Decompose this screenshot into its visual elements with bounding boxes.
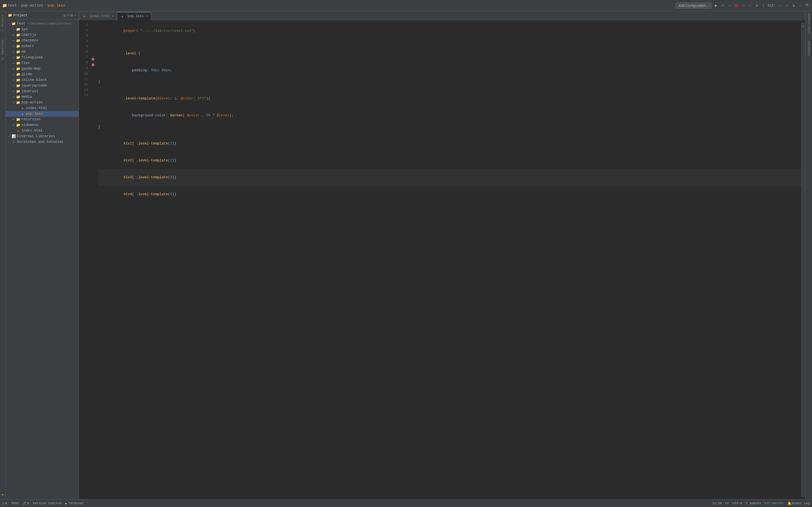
tab-index-html[interactable]: ◈ index.html × bbox=[79, 12, 117, 20]
tab-icon-index-html: ◈ bbox=[82, 14, 87, 18]
tab-icon-pop-less: ◈ bbox=[120, 14, 124, 18]
sidebar-locate-icon[interactable]: ◎ bbox=[63, 13, 66, 18]
tree-label-glide: glide bbox=[21, 72, 32, 76]
folder-icon-inline-block: 📁 bbox=[16, 78, 20, 82]
tree-item-sidemenu[interactable]: 📁 sidemenu bbox=[6, 122, 79, 128]
tree-item-pop-action[interactable]: 📁 pop-action bbox=[6, 100, 79, 105]
tree-path-root: ~/Documents/website/test bbox=[27, 22, 71, 25]
tree-item-fileupload[interactable]: 📁 fileupload bbox=[6, 55, 79, 60]
tree-arrow-1px bbox=[11, 27, 16, 31]
tree-arrow-flex bbox=[11, 61, 16, 65]
git-branch-label: Git:master bbox=[765, 501, 784, 505]
tree-arrow-jqueryui bbox=[11, 90, 16, 93]
tree-item-1px[interactable]: 📁 1px bbox=[6, 26, 79, 32]
status-position[interactable]: 13:26 bbox=[712, 501, 722, 505]
undo-button[interactable]: ↩ bbox=[799, 3, 803, 8]
stop-button[interactable]: ■ bbox=[755, 3, 759, 8]
tree-item-pop-less[interactable]: ◈ pop.less bbox=[6, 111, 79, 117]
right-sidebar-database[interactable]: Database bbox=[807, 39, 811, 58]
code-editor[interactable]: 1 2 3 4 5 6 7 8 9 10 11 12 13 14 bbox=[79, 20, 805, 499]
tab-pop-less[interactable]: ◈ pop.less × bbox=[117, 12, 151, 20]
run-button[interactable]: ▶ bbox=[714, 3, 718, 8]
status-bar-right: 13:26 LF UTF-8 2 spaces Git:master 🔔 Eve… bbox=[712, 501, 810, 505]
code-lines[interactable]: @import "../../lib/css/reset.css"; .leve… bbox=[96, 22, 801, 497]
favorites-star-icon[interactable]: ★ bbox=[1, 492, 4, 497]
status-git-branch[interactable]: Git:master bbox=[765, 501, 784, 505]
tree-item-jqueryqrcode[interactable]: 📁 jqueryqrcode bbox=[6, 83, 79, 89]
folder-icon-1px: 📁 bbox=[16, 27, 20, 32]
right-gutter: ✓ bbox=[801, 22, 805, 497]
status-indent[interactable]: 2 spaces bbox=[746, 501, 761, 505]
sidebar-minimize-icon[interactable]: — bbox=[74, 13, 77, 18]
tree-arrow-recursion bbox=[11, 118, 16, 121]
right-sidebar-remote-host[interactable]: Remote Host bbox=[807, 11, 811, 36]
tab-close-index-html[interactable]: × bbox=[112, 14, 114, 18]
breadcrumb-sep2: › bbox=[44, 3, 47, 8]
tree-label-checkbox: checkbox bbox=[21, 39, 38, 43]
add-config-button[interactable]: Add Configuration... bbox=[675, 3, 712, 9]
status-todo[interactable]: ☑ 6: TODO bbox=[2, 501, 18, 505]
tree-item-recursion[interactable]: 📁 recursion bbox=[6, 117, 79, 122]
search-button[interactable]: 🔍 bbox=[805, 3, 810, 8]
tree-arrow-pop-action bbox=[11, 101, 16, 104]
status-terminal[interactable]: ▶ Terminal bbox=[65, 501, 84, 505]
gutter-check-icon: ✓ bbox=[802, 24, 804, 29]
code-line-10 bbox=[98, 129, 801, 135]
folder-icon-em: 📁 bbox=[16, 50, 20, 54]
profile-button[interactable]: ⚡ bbox=[748, 3, 752, 8]
sidebar-collapse-icon[interactable]: ≡ bbox=[67, 13, 69, 18]
status-line-sep[interactable]: LF bbox=[725, 501, 729, 505]
tree-item-em[interactable]: 📁 em bbox=[6, 49, 79, 55]
right-sidebar: Remote Host Database bbox=[805, 11, 812, 499]
tree-item-index-html-root[interactable]: ◈ index.html bbox=[6, 128, 79, 133]
code-text-1: @import "../../lib/css/reset.css"; bbox=[98, 22, 801, 40]
panel-project-label[interactable]: 1: Project bbox=[1, 13, 5, 33]
tree-item-flex[interactable]: 📁 flex bbox=[6, 60, 79, 66]
status-event-log[interactable]: 🔔 Event Log bbox=[788, 501, 810, 505]
tree-arrow-extlib bbox=[7, 135, 11, 138]
vc-icon: ⎇ bbox=[22, 501, 26, 505]
tree-item-scratches[interactable]: ◎ Scratches and Consoles bbox=[6, 139, 79, 145]
tree-item-index-html[interactable]: ◈ index.html bbox=[6, 105, 79, 111]
terminal-label: Terminal bbox=[68, 501, 84, 505]
debug-button[interactable]: 🐞 bbox=[734, 3, 739, 8]
tab-close-pop-less[interactable]: × bbox=[146, 14, 148, 18]
tree-item-checkbox[interactable]: 📁 checkbox bbox=[6, 38, 79, 43]
tree-item-chartjs[interactable]: 📁 chartjs bbox=[6, 32, 79, 38]
tree-label-pop-less: pop.less bbox=[26, 112, 43, 116]
tree-item-jqueryui[interactable]: 📁 jqueryui bbox=[6, 89, 79, 94]
build-button[interactable]: ⚙ bbox=[721, 3, 725, 8]
tree-arrow-sidemenu bbox=[11, 123, 16, 127]
tree-label-fileupload: fileupload bbox=[21, 55, 43, 59]
tree-item-glide[interactable]: 📁 glide bbox=[6, 71, 79, 77]
status-encoding[interactable]: UTF-8 bbox=[732, 501, 742, 505]
git-check2-icon[interactable]: ✓ bbox=[785, 3, 790, 8]
tree-label-sidemenu: sidemenu bbox=[21, 123, 38, 127]
git-check-icon[interactable]: ✓ bbox=[778, 3, 783, 8]
tree-label-scratches: Scratches and Consoles bbox=[17, 140, 63, 144]
tree-label-root: test bbox=[17, 22, 26, 25]
rebuild-button[interactable]: ↺ bbox=[727, 3, 732, 8]
tree-item-media[interactable]: 📁 media bbox=[6, 94, 79, 100]
git-refresh-icon[interactable]: ↻ bbox=[792, 3, 796, 8]
breadcrumb-file[interactable]: pop.less bbox=[48, 3, 65, 8]
tree-item-inline-block[interactable]: 📁 inline-block bbox=[6, 77, 79, 83]
tree-item-root[interactable]: 📁 test ~/Documents/website/test bbox=[6, 21, 79, 26]
tree-item-echart[interactable]: 📁 echart bbox=[6, 43, 79, 49]
coverage-button[interactable]: ◎ bbox=[741, 3, 746, 8]
tree-item-gaode-map[interactable]: 📁 gaode-map bbox=[6, 66, 79, 71]
breadcrumb-test[interactable]: test bbox=[8, 3, 17, 8]
code-line-9: } bbox=[98, 124, 801, 129]
sidebar-settings-icon[interactable]: ⚙ bbox=[70, 13, 73, 18]
code-line-7: .level-template(@level: 1, @color: #fff)… bbox=[98, 90, 801, 107]
left-panel-bar: 1: Project 2: Favorites ★ bbox=[0, 11, 6, 499]
lf-label: LF bbox=[725, 501, 729, 505]
tree-label-jqueryui: jqueryui bbox=[21, 89, 38, 93]
event-log-label: Event Log bbox=[792, 501, 810, 505]
tree-item-external-libs[interactable]: 📊 External Libraries bbox=[6, 133, 79, 139]
code-line-4: padding: 50px 80px; bbox=[98, 62, 801, 79]
panel-favorites-label[interactable]: 2: Favorites bbox=[1, 38, 5, 61]
breadcrumb-pop-action[interactable]: pop-action bbox=[21, 3, 43, 8]
folder-icon-chartjs: 📁 bbox=[16, 33, 20, 37]
status-version-control[interactable]: ⎇ 9: Version Control bbox=[22, 501, 62, 505]
